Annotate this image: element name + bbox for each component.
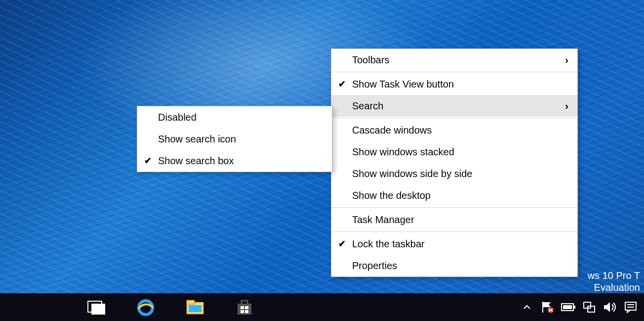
watermark-line1: ws 10 Pro T xyxy=(588,270,640,281)
menu-separator xyxy=(331,72,577,72)
speaker-icon xyxy=(603,301,617,313)
menu-label: Toolbars xyxy=(352,54,554,66)
file-explorer-icon xyxy=(186,299,204,315)
svg-rect-7 xyxy=(241,306,244,309)
tray-security-alert[interactable] xyxy=(537,293,558,321)
tray-battery[interactable] xyxy=(558,293,579,321)
watermark-line2: Evaluation xyxy=(588,281,640,293)
submenu-item-show-search-box[interactable]: ✔ Show search box xyxy=(137,150,332,172)
action-center-icon xyxy=(624,301,637,313)
tray-network[interactable] xyxy=(579,293,600,321)
menu-item-cascade-windows[interactable]: Cascade windows xyxy=(331,119,577,141)
menu-item-search[interactable]: Search › xyxy=(331,95,577,117)
task-view-icon xyxy=(86,300,106,315)
menu-item-properties[interactable]: Properties xyxy=(331,255,577,276)
network-icon xyxy=(583,301,596,313)
desktop-watermark: ws 10 Pro T Evaluation xyxy=(588,270,640,293)
flag-alert-icon xyxy=(541,301,555,314)
menu-label: Search xyxy=(352,100,554,112)
taskbar-pinned-file-explorer[interactable] xyxy=(178,293,212,321)
menu-item-show-windows-side-by-side[interactable]: Show windows side by side xyxy=(331,163,577,184)
menu-label: Show the desktop xyxy=(352,190,554,201)
chevron-up-icon xyxy=(523,304,531,310)
svg-rect-10 xyxy=(245,310,248,313)
battery-icon xyxy=(561,303,576,312)
svg-rect-1 xyxy=(91,304,105,315)
svg-rect-5 xyxy=(189,305,201,312)
menu-label: Task Manager xyxy=(352,214,554,226)
taskbar-context-menu: Toolbars › ✔ Show Task View button Searc… xyxy=(331,48,578,277)
checkmark-icon: ✔ xyxy=(137,155,158,166)
svg-rect-17 xyxy=(625,302,636,310)
windows-store-icon xyxy=(236,299,253,316)
svg-rect-4 xyxy=(187,300,195,304)
menu-label: Show Task View button xyxy=(352,79,554,90)
taskbar-task-view-button[interactable] xyxy=(79,293,114,321)
svg-rect-13 xyxy=(573,306,575,309)
svg-point-2 xyxy=(139,301,153,315)
tray-volume[interactable] xyxy=(600,293,620,321)
submenu-arrow-icon: › xyxy=(554,100,568,112)
taskbar-left xyxy=(0,293,262,321)
menu-separator xyxy=(331,207,577,208)
menu-label: Show search box xyxy=(158,155,323,167)
svg-rect-9 xyxy=(241,310,244,313)
tray-action-center[interactable] xyxy=(620,293,641,321)
menu-separator xyxy=(331,231,577,232)
submenu-item-disabled[interactable]: Disabled xyxy=(137,106,332,128)
menu-item-task-manager[interactable]: Task Manager xyxy=(331,209,577,230)
menu-label: Show windows stacked xyxy=(352,146,554,158)
svg-rect-14 xyxy=(563,305,572,309)
menu-label: Cascade windows xyxy=(352,125,554,136)
system-tray xyxy=(517,293,644,321)
menu-item-show-task-view[interactable]: ✔ Show Task View button xyxy=(331,73,577,95)
svg-rect-8 xyxy=(245,306,248,309)
menu-item-show-windows-stacked[interactable]: Show windows stacked xyxy=(331,141,577,163)
menu-item-lock-taskbar[interactable]: ✔ Lock the taskbar xyxy=(331,233,577,255)
tray-show-hidden-icons[interactable] xyxy=(517,293,537,321)
checkmark-icon: ✔ xyxy=(331,238,352,249)
search-submenu: Disabled Show search icon ✔ Show search … xyxy=(137,106,332,172)
menu-label: Show search icon xyxy=(158,134,323,145)
svg-rect-6 xyxy=(238,304,251,315)
submenu-item-show-search-icon[interactable]: Show search icon xyxy=(137,128,332,150)
submenu-arrow-icon: › xyxy=(554,54,568,66)
menu-separator xyxy=(331,118,577,118)
checkmark-icon: ✔ xyxy=(331,79,352,90)
menu-item-show-desktop[interactable]: Show the desktop xyxy=(331,184,577,206)
taskbar-pinned-ie[interactable] xyxy=(128,293,163,321)
internet-explorer-icon xyxy=(136,298,156,317)
menu-label: Properties xyxy=(352,260,554,272)
menu-label: Lock the taskbar xyxy=(352,238,554,250)
menu-label: Show windows side by side xyxy=(352,168,554,180)
taskbar[interactable] xyxy=(0,293,644,321)
menu-item-toolbars[interactable]: Toolbars › xyxy=(331,49,577,71)
menu-label: Disabled xyxy=(158,112,323,123)
taskbar-pinned-store[interactable] xyxy=(227,293,262,321)
